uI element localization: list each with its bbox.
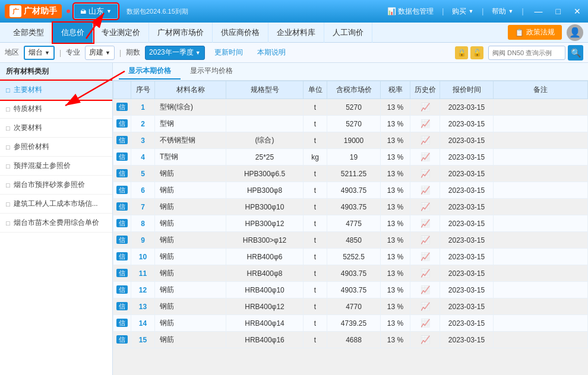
logo-text: 广材助手 — [24, 6, 57, 17]
cell-history[interactable]: 📈 — [410, 166, 440, 182]
maximize-btn[interactable]: □ — [554, 7, 563, 16]
nav-item-measured[interactable]: 专业测定价 — [93, 23, 149, 43]
cell-history[interactable]: 📈 — [410, 298, 440, 315]
cell-history[interactable]: 📈 — [410, 332, 440, 348]
cell-spec: HPB300φ10 — [226, 199, 304, 215]
cell-badge[interactable]: 信 — [113, 132, 131, 149]
search-btn[interactable]: 🔍 — [568, 45, 583, 61]
cell-badge[interactable]: 信 — [113, 215, 131, 232]
cell-history[interactable]: 📈 — [410, 182, 440, 199]
cell-name: 钢筋 — [155, 332, 226, 348]
policy-btn[interactable]: 📋 政策法规 — [508, 25, 562, 40]
cell-name: 型钢(综合) — [155, 99, 226, 116]
cell-name: 钢筋 — [155, 199, 226, 215]
cell-taxrate: 13 % — [381, 149, 410, 166]
cell-unit: t — [304, 215, 327, 232]
region-select[interactable]: 烟台 ▼ — [24, 46, 55, 60]
cell-seq: 9 — [131, 232, 155, 249]
cell-badge[interactable]: 信 — [113, 232, 131, 249]
help-btn[interactable]: 帮助 ▼ — [492, 7, 513, 17]
cell-note — [494, 149, 588, 166]
nav-item-market[interactable]: 广材网市场价 — [149, 23, 213, 43]
update-time-btn[interactable]: 更新时间 — [210, 46, 248, 59]
lock-icon-1[interactable]: 🔒 — [455, 46, 468, 59]
cell-note — [494, 249, 588, 265]
cell-date: 2023-03-15 — [440, 99, 494, 116]
cell-price: 5252.5 — [327, 249, 381, 265]
cell-unit: t — [304, 315, 327, 332]
cell-history[interactable]: 📈 — [410, 99, 440, 116]
cell-badge[interactable]: 信 — [113, 99, 131, 116]
cell-history[interactable]: 📈 — [410, 249, 440, 265]
cell-unit: t — [304, 116, 327, 132]
col-header-spec: 规格型号 — [226, 81, 304, 99]
user-avatar[interactable]: 👤 — [567, 24, 583, 41]
cell-badge[interactable]: 信 — [113, 315, 131, 332]
table-row: 信 1 型钢(综合) t 5270 13 % 📈 2023-03-15 — [113, 99, 588, 116]
lock-icon-2[interactable]: 🔓 — [470, 46, 483, 59]
cell-badge[interactable]: 信 — [113, 298, 131, 315]
file-icon-6: □ — [6, 182, 10, 189]
period-select[interactable]: 2023年一季度 ▼ — [145, 46, 205, 60]
sidebar-item-main[interactable]: □ 主要材料 — [0, 81, 112, 100]
nav-item-enterprise[interactable]: 企业材料库 — [268, 23, 324, 43]
sidebar-item-labor[interactable]: □ 建筑工种人工成本市场信... — [0, 195, 112, 214]
cell-badge[interactable]: 信 — [113, 332, 131, 348]
cell-taxrate: 13 % — [381, 182, 410, 199]
sidebar-item-concrete[interactable]: □ 预拌混凝土参照价 — [0, 157, 112, 176]
purchase-btn[interactable]: 购买 ▼ — [452, 7, 473, 17]
cell-history[interactable]: 📈 — [410, 215, 440, 232]
cell-seq: 6 — [131, 182, 155, 199]
cell-spec: HRB400φ12 — [226, 298, 304, 315]
region-selector[interactable]: 🏔 山东 ▼ — [74, 4, 118, 19]
file-icon-7: □ — [6, 201, 10, 208]
cell-badge[interactable]: 信 — [113, 249, 131, 265]
col-header-unit: 单位 — [304, 81, 327, 99]
cell-history[interactable]: 📈 — [410, 149, 440, 166]
sidebar-item-mortar[interactable]: □ 烟台市预拌砂浆参照价 — [0, 176, 112, 195]
cell-badge[interactable]: 信 — [113, 282, 131, 298]
nav-item-infoprice[interactable]: 信息价 — [53, 23, 93, 43]
cell-date: 2023-03-15 — [440, 282, 494, 298]
cell-history[interactable]: 📈 — [410, 265, 440, 282]
minimize-btn[interactable]: — — [532, 7, 545, 16]
cell-unit: kg — [304, 149, 327, 166]
cell-history[interactable]: 📈 — [410, 132, 440, 149]
cell-taxrate: 13 % — [381, 132, 410, 149]
cell-unit: t — [304, 132, 327, 149]
cell-history[interactable]: 📈 — [410, 282, 440, 298]
cell-badge[interactable]: 信 — [113, 166, 131, 182]
cell-history[interactable]: 📈 — [410, 199, 440, 215]
cell-badge[interactable]: 信 — [113, 265, 131, 282]
cell-history[interactable]: 📈 — [410, 315, 440, 332]
prof-select[interactable]: 房建 ▼ — [85, 46, 115, 60]
database-icon: 📊 — [387, 7, 396, 15]
cell-badge[interactable]: 信 — [113, 149, 131, 166]
cell-taxrate: 13 % — [381, 166, 410, 182]
col-header-badge — [113, 81, 131, 99]
nav-item-inquiry[interactable]: 人工询价 — [324, 23, 372, 43]
logo-icon: 广 — [10, 5, 21, 17]
cell-badge[interactable]: 信 — [113, 182, 131, 199]
table-row: 信 8 钢筋 HPB300φ12 t 4775 13 % 📈 2023-03-1… — [113, 215, 588, 232]
nav-item-supplier[interactable]: 供应商价格 — [213, 23, 268, 43]
period-desc-btn[interactable]: 本期说明 — [252, 46, 290, 59]
sidebar-item-secondary[interactable]: □ 次要材料 — [0, 119, 112, 138]
data-management-btn[interactable]: 📊 数据包管理 — [387, 7, 434, 17]
search-input[interactable] — [488, 46, 565, 60]
sidebar-item-seedling[interactable]: □ 烟台市苗木全费用综合单价 — [0, 214, 112, 233]
cell-seq: 4 — [131, 149, 155, 166]
show-avg-price-btn[interactable]: 显示平均价格 — [181, 63, 242, 80]
cell-unit: t — [304, 332, 327, 348]
cell-badge[interactable]: 信 — [113, 199, 131, 215]
show-period-price-btn[interactable]: 显示本期价格 — [119, 63, 181, 80]
sidebar-item-special[interactable]: □ 特质材料 — [0, 100, 112, 119]
cell-badge[interactable]: 信 — [113, 116, 131, 132]
sidebar-item-reference[interactable]: □ 参照价材料 — [0, 138, 112, 157]
cell-history[interactable]: 📈 — [410, 232, 440, 249]
nav-item-all[interactable]: 全部类型 — [5, 23, 53, 43]
cell-history[interactable]: 📈 — [410, 116, 440, 132]
close-btn[interactable]: ✕ — [571, 7, 583, 16]
file-icon-4: □ — [6, 144, 10, 151]
cell-spec: HRB400φ16 — [226, 332, 304, 348]
